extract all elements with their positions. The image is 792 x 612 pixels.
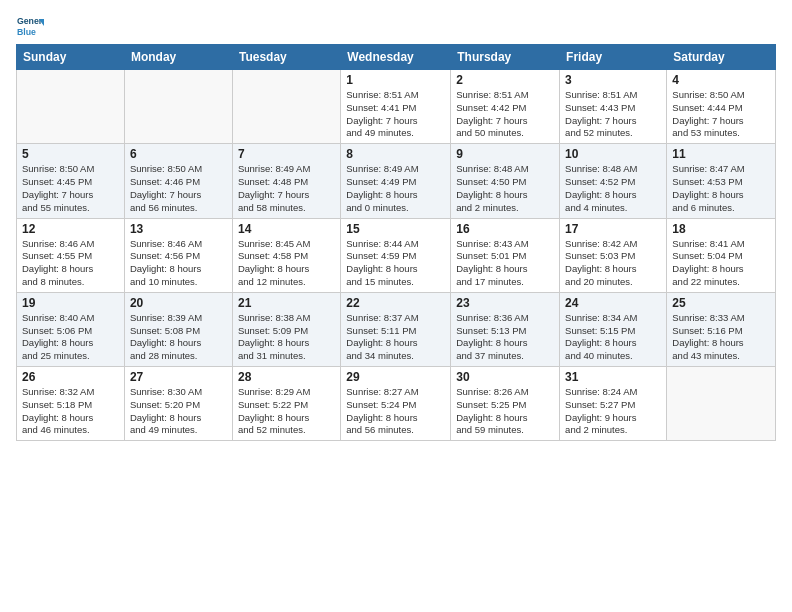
calendar-cell: 29Sunrise: 8:27 AM Sunset: 5:24 PM Dayli… (341, 367, 451, 441)
day-info: Sunrise: 8:46 AM Sunset: 4:55 PM Dayligh… (22, 238, 119, 289)
day-number: 8 (346, 147, 445, 161)
calendar-cell: 15Sunrise: 8:44 AM Sunset: 4:59 PM Dayli… (341, 218, 451, 292)
calendar-cell (17, 70, 125, 144)
calendar-week-row: 12Sunrise: 8:46 AM Sunset: 4:55 PM Dayli… (17, 218, 776, 292)
calendar-cell: 20Sunrise: 8:39 AM Sunset: 5:08 PM Dayli… (124, 292, 232, 366)
calendar-cell: 17Sunrise: 8:42 AM Sunset: 5:03 PM Dayli… (560, 218, 667, 292)
day-number: 4 (672, 73, 770, 87)
day-info: Sunrise: 8:46 AM Sunset: 4:56 PM Dayligh… (130, 238, 227, 289)
calendar-cell: 1Sunrise: 8:51 AM Sunset: 4:41 PM Daylig… (341, 70, 451, 144)
day-info: Sunrise: 8:26 AM Sunset: 5:25 PM Dayligh… (456, 386, 554, 437)
calendar-cell: 5Sunrise: 8:50 AM Sunset: 4:45 PM Daylig… (17, 144, 125, 218)
day-number: 16 (456, 222, 554, 236)
calendar-cell: 22Sunrise: 8:37 AM Sunset: 5:11 PM Dayli… (341, 292, 451, 366)
weekday-header-row: SundayMondayTuesdayWednesdayThursdayFrid… (17, 45, 776, 70)
calendar-cell: 8Sunrise: 8:49 AM Sunset: 4:49 PM Daylig… (341, 144, 451, 218)
calendar-week-row: 5Sunrise: 8:50 AM Sunset: 4:45 PM Daylig… (17, 144, 776, 218)
calendar-cell: 19Sunrise: 8:40 AM Sunset: 5:06 PM Dayli… (17, 292, 125, 366)
calendar-cell (124, 70, 232, 144)
day-number: 6 (130, 147, 227, 161)
day-number: 29 (346, 370, 445, 384)
logo-icon: General Blue (16, 12, 44, 40)
weekday-header-wednesday: Wednesday (341, 45, 451, 70)
day-info: Sunrise: 8:51 AM Sunset: 4:43 PM Dayligh… (565, 89, 661, 140)
calendar-cell: 31Sunrise: 8:24 AM Sunset: 5:27 PM Dayli… (560, 367, 667, 441)
day-info: Sunrise: 8:49 AM Sunset: 4:49 PM Dayligh… (346, 163, 445, 214)
day-info: Sunrise: 8:42 AM Sunset: 5:03 PM Dayligh… (565, 238, 661, 289)
day-number: 30 (456, 370, 554, 384)
day-info: Sunrise: 8:50 AM Sunset: 4:45 PM Dayligh… (22, 163, 119, 214)
calendar-cell: 23Sunrise: 8:36 AM Sunset: 5:13 PM Dayli… (451, 292, 560, 366)
day-info: Sunrise: 8:43 AM Sunset: 5:01 PM Dayligh… (456, 238, 554, 289)
calendar-cell: 28Sunrise: 8:29 AM Sunset: 5:22 PM Dayli… (232, 367, 340, 441)
day-number: 5 (22, 147, 119, 161)
day-number: 17 (565, 222, 661, 236)
day-info: Sunrise: 8:40 AM Sunset: 5:06 PM Dayligh… (22, 312, 119, 363)
day-number: 22 (346, 296, 445, 310)
calendar-cell: 9Sunrise: 8:48 AM Sunset: 4:50 PM Daylig… (451, 144, 560, 218)
day-number: 18 (672, 222, 770, 236)
day-info: Sunrise: 8:51 AM Sunset: 4:41 PM Dayligh… (346, 89, 445, 140)
day-number: 15 (346, 222, 445, 236)
calendar-week-row: 19Sunrise: 8:40 AM Sunset: 5:06 PM Dayli… (17, 292, 776, 366)
day-info: Sunrise: 8:38 AM Sunset: 5:09 PM Dayligh… (238, 312, 335, 363)
calendar-cell: 14Sunrise: 8:45 AM Sunset: 4:58 PM Dayli… (232, 218, 340, 292)
day-number: 26 (22, 370, 119, 384)
day-info: Sunrise: 8:24 AM Sunset: 5:27 PM Dayligh… (565, 386, 661, 437)
weekday-header-monday: Monday (124, 45, 232, 70)
day-number: 19 (22, 296, 119, 310)
svg-text:General: General (17, 16, 44, 26)
day-info: Sunrise: 8:51 AM Sunset: 4:42 PM Dayligh… (456, 89, 554, 140)
calendar-table: SundayMondayTuesdayWednesdayThursdayFrid… (16, 44, 776, 441)
day-info: Sunrise: 8:50 AM Sunset: 4:44 PM Dayligh… (672, 89, 770, 140)
day-number: 14 (238, 222, 335, 236)
day-info: Sunrise: 8:37 AM Sunset: 5:11 PM Dayligh… (346, 312, 445, 363)
weekday-header-sunday: Sunday (17, 45, 125, 70)
day-number: 25 (672, 296, 770, 310)
day-info: Sunrise: 8:34 AM Sunset: 5:15 PM Dayligh… (565, 312, 661, 363)
calendar-cell: 11Sunrise: 8:47 AM Sunset: 4:53 PM Dayli… (667, 144, 776, 218)
calendar-cell: 4Sunrise: 8:50 AM Sunset: 4:44 PM Daylig… (667, 70, 776, 144)
calendar-cell: 2Sunrise: 8:51 AM Sunset: 4:42 PM Daylig… (451, 70, 560, 144)
day-number: 12 (22, 222, 119, 236)
day-info: Sunrise: 8:30 AM Sunset: 5:20 PM Dayligh… (130, 386, 227, 437)
weekday-header-friday: Friday (560, 45, 667, 70)
page-container: General Blue SundayMondayTuesdayWednesda… (0, 0, 792, 449)
day-info: Sunrise: 8:50 AM Sunset: 4:46 PM Dayligh… (130, 163, 227, 214)
day-info: Sunrise: 8:47 AM Sunset: 4:53 PM Dayligh… (672, 163, 770, 214)
weekday-header-thursday: Thursday (451, 45, 560, 70)
calendar-cell: 16Sunrise: 8:43 AM Sunset: 5:01 PM Dayli… (451, 218, 560, 292)
day-number: 2 (456, 73, 554, 87)
day-number: 24 (565, 296, 661, 310)
calendar-cell: 7Sunrise: 8:49 AM Sunset: 4:48 PM Daylig… (232, 144, 340, 218)
header: General Blue (16, 12, 776, 40)
day-number: 7 (238, 147, 335, 161)
weekday-header-saturday: Saturday (667, 45, 776, 70)
day-info: Sunrise: 8:36 AM Sunset: 5:13 PM Dayligh… (456, 312, 554, 363)
day-info: Sunrise: 8:33 AM Sunset: 5:16 PM Dayligh… (672, 312, 770, 363)
logo: General Blue (16, 12, 44, 40)
calendar-cell: 3Sunrise: 8:51 AM Sunset: 4:43 PM Daylig… (560, 70, 667, 144)
day-number: 31 (565, 370, 661, 384)
day-info: Sunrise: 8:32 AM Sunset: 5:18 PM Dayligh… (22, 386, 119, 437)
day-info: Sunrise: 8:41 AM Sunset: 5:04 PM Dayligh… (672, 238, 770, 289)
day-info: Sunrise: 8:44 AM Sunset: 4:59 PM Dayligh… (346, 238, 445, 289)
calendar-cell: 18Sunrise: 8:41 AM Sunset: 5:04 PM Dayli… (667, 218, 776, 292)
day-number: 11 (672, 147, 770, 161)
calendar-cell: 6Sunrise: 8:50 AM Sunset: 4:46 PM Daylig… (124, 144, 232, 218)
svg-text:Blue: Blue (17, 27, 36, 37)
day-info: Sunrise: 8:27 AM Sunset: 5:24 PM Dayligh… (346, 386, 445, 437)
calendar-cell: 27Sunrise: 8:30 AM Sunset: 5:20 PM Dayli… (124, 367, 232, 441)
calendar-week-row: 1Sunrise: 8:51 AM Sunset: 4:41 PM Daylig… (17, 70, 776, 144)
day-number: 28 (238, 370, 335, 384)
day-info: Sunrise: 8:49 AM Sunset: 4:48 PM Dayligh… (238, 163, 335, 214)
day-number: 10 (565, 147, 661, 161)
day-number: 20 (130, 296, 227, 310)
weekday-header-tuesday: Tuesday (232, 45, 340, 70)
day-number: 3 (565, 73, 661, 87)
calendar-cell: 24Sunrise: 8:34 AM Sunset: 5:15 PM Dayli… (560, 292, 667, 366)
day-info: Sunrise: 8:39 AM Sunset: 5:08 PM Dayligh… (130, 312, 227, 363)
calendar-cell (232, 70, 340, 144)
day-info: Sunrise: 8:48 AM Sunset: 4:50 PM Dayligh… (456, 163, 554, 214)
calendar-cell: 13Sunrise: 8:46 AM Sunset: 4:56 PM Dayli… (124, 218, 232, 292)
